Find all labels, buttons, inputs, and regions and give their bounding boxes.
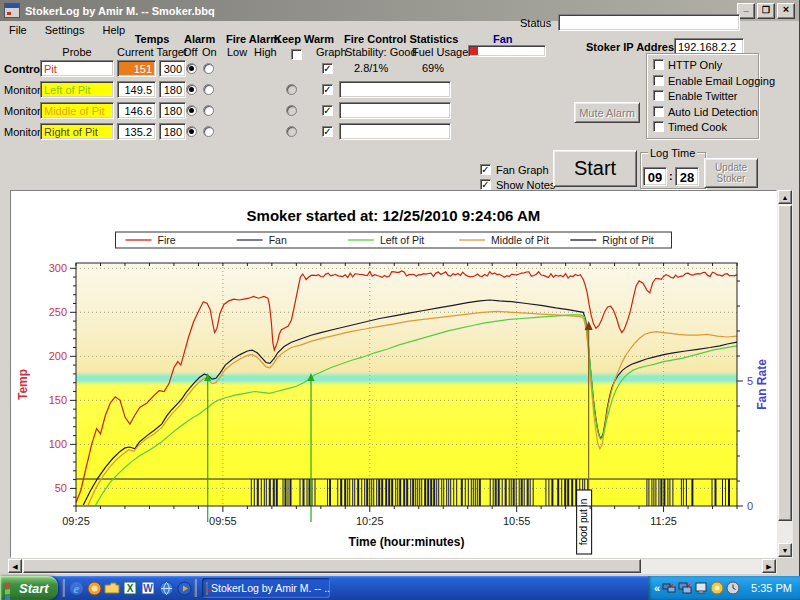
status-label: Status <box>520 17 551 29</box>
current-temp-field: 149.5 <box>117 81 156 98</box>
svg-text:150: 150 <box>49 394 67 406</box>
alarm-on-radio[interactable] <box>203 126 214 137</box>
network-error-icon[interactable]: x <box>662 581 676 595</box>
graph-checkbox[interactable]: ✓ <box>322 84 333 95</box>
target-temp-field[interactable]: 180 <box>159 81 186 98</box>
taskbar-separator <box>62 579 65 597</box>
alarm-off-radio[interactable] <box>186 105 197 116</box>
alarm-off-radio[interactable] <box>186 126 197 137</box>
alarm-off-radio[interactable] <box>186 63 197 74</box>
update-stoker-button[interactable]: Update Stoker <box>704 158 758 188</box>
target-temp-field[interactable]: 300 <box>159 60 186 77</box>
horizontal-scrollbar[interactable]: ◀ ▶ <box>8 559 777 574</box>
option-checkbox-enable-email-logging[interactable] <box>653 75 664 86</box>
log-time-hours[interactable]: 09 <box>643 167 667 186</box>
restore-button[interactable]: ❐ <box>757 3 775 19</box>
header-high: High <box>254 46 277 58</box>
mute-alarm-button[interactable]: Mute Alarm <box>574 102 640 123</box>
status-field[interactable] <box>558 14 740 31</box>
svg-text:50: 50 <box>55 482 67 494</box>
fan-progressbar <box>468 45 546 57</box>
svg-text:100: 100 <box>49 438 67 450</box>
header-graph: Graph <box>316 46 347 58</box>
stoker-ip-label: Stoker IP Address <box>586 41 680 53</box>
word-icon[interactable]: W <box>140 580 156 596</box>
probe-name-field[interactable]: Left of Pit <box>40 81 114 98</box>
keep-warm-radio[interactable] <box>286 84 297 95</box>
scroll-up-arrow[interactable]: ▲ <box>778 190 792 204</box>
scroll-left-arrow[interactable]: ◀ <box>8 559 22 573</box>
menu-settings[interactable]: Settings <box>36 22 94 38</box>
svg-text:Time (hour:minutes): Time (hour:minutes) <box>349 535 465 549</box>
display-icon[interactable] <box>694 581 708 595</box>
start-button[interactable]: Start <box>553 150 637 187</box>
log-time-minutes[interactable]: 28 <box>675 167 699 186</box>
menu-file[interactable]: File <box>0 22 36 38</box>
svg-text:x: x <box>670 581 675 590</box>
fan-graph-label: Fan Graph <box>496 164 549 176</box>
tray-icons: xx <box>660 581 740 595</box>
svg-text:0: 0 <box>747 500 753 512</box>
row-role-label: Monitor <box>4 105 38 117</box>
system-tray: « xx 5:35 PM <box>648 576 800 600</box>
vertical-scrollbar[interactable]: ▲ ▼ <box>777 190 793 558</box>
svg-text:x: x <box>687 581 692 590</box>
row-role-label: Monitor <box>4 126 38 138</box>
folder-icon[interactable] <box>104 580 120 596</box>
keep-warm-radio[interactable] <box>286 105 297 116</box>
option-checkbox-enable-twitter[interactable] <box>653 90 664 101</box>
horizontal-scroll-thumb[interactable] <box>23 559 641 573</box>
scheduler-icon[interactable] <box>726 581 740 595</box>
target-temp-field[interactable]: 180 <box>159 102 186 119</box>
log-time-label: Log Time <box>648 147 697 159</box>
scroll-down-arrow[interactable]: ▼ <box>778 543 792 557</box>
alarm-on-radio[interactable] <box>203 84 214 95</box>
svg-text:5: 5 <box>747 375 753 387</box>
alarm-on-radio[interactable] <box>203 105 214 116</box>
taskbar: Start eXW StokerLog by Amir M. -- ... « … <box>0 576 800 600</box>
graph-checkbox[interactable]: ✓ <box>322 63 333 74</box>
note-field[interactable] <box>339 81 451 98</box>
svg-text:Left of Pit: Left of Pit <box>380 234 424 246</box>
option-checkbox-timed-cook[interactable] <box>653 121 664 132</box>
start-menu-button[interactable]: Start <box>0 576 58 600</box>
excel-icon[interactable]: X <box>122 580 138 596</box>
header-off: Off <box>183 46 197 58</box>
graph-checkbox[interactable]: ✓ <box>322 105 333 116</box>
show-notes-checkbox[interactable]: ✓ <box>480 179 491 190</box>
option-checkbox-http-only[interactable] <box>653 59 664 70</box>
alarm-on-radio[interactable] <box>203 63 214 74</box>
schedule-icon[interactable] <box>86 580 102 596</box>
network-error2-icon[interactable]: x <box>678 581 692 595</box>
current-temp-field: 146.6 <box>117 102 156 119</box>
keep-warm-radio[interactable] <box>286 126 297 137</box>
option-label: HTTP Only <box>668 59 722 71</box>
alarm-off-radio[interactable] <box>186 84 197 95</box>
smoker-chart-panel: food put in501001502002503000509:2509:55… <box>10 190 777 558</box>
svg-text:250: 250 <box>49 306 67 318</box>
probe-name-field[interactable]: Pit <box>40 60 114 77</box>
target-temp-field[interactable]: 180 <box>159 123 186 140</box>
option-checkbox-auto-lid-detection[interactable] <box>653 106 664 117</box>
probe-name-field[interactable]: Right of Pit <box>40 123 114 140</box>
update-icon[interactable] <box>710 581 724 595</box>
note-field[interactable] <box>339 102 451 119</box>
stokerlog-task-button[interactable]: StokerLog by Amir M. -- ... <box>202 578 330 598</box>
ie-icon[interactable]: e <box>68 580 84 596</box>
taskbar-clock[interactable]: 5:35 PM <box>751 582 792 594</box>
option-label: Enable Email Logging <box>668 75 775 87</box>
probe-name-field[interactable]: Middle of Pit <box>40 102 114 119</box>
fan-label: Fan <box>493 33 513 45</box>
graph-checkbox[interactable]: ✓ <box>322 126 333 137</box>
note-field[interactable] <box>339 123 451 140</box>
fan-graph-checkbox[interactable]: ✓ <box>480 164 491 175</box>
vertical-scroll-thumb[interactable] <box>778 205 792 521</box>
log-time-separator: : <box>669 170 673 182</box>
svg-text:Fan: Fan <box>269 234 287 246</box>
header-low: Low <box>227 46 247 58</box>
media-player-icon[interactable] <box>176 580 192 596</box>
scroll-right-arrow[interactable]: ▶ <box>762 559 776 573</box>
keep-warm-header-checkbox[interactable] <box>291 49 302 60</box>
msn-icon[interactable] <box>158 580 174 596</box>
close-button[interactable]: × <box>777 3 795 19</box>
